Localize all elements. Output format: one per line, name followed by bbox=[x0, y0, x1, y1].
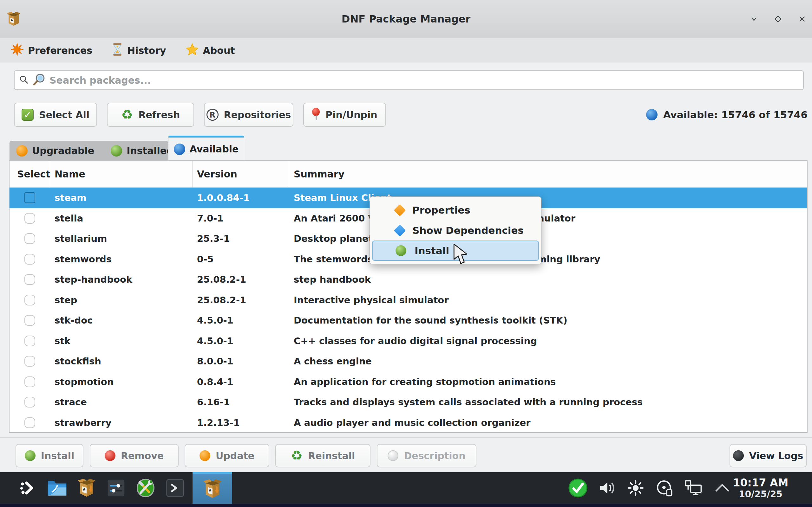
row-checkbox[interactable] bbox=[24, 274, 35, 285]
package-summary: An Atari 2600 Video Computer System (VCS… bbox=[289, 208, 807, 229]
window-titlebar[interactable]: DNF Package Manager bbox=[0, 0, 812, 38]
column-header-name[interactable]: Name bbox=[50, 161, 193, 187]
button-label: Pin/Unpin bbox=[325, 109, 377, 120]
tab-available[interactable]: Available bbox=[168, 135, 244, 161]
repositories-button[interactable]: Repositories bbox=[204, 103, 293, 127]
taskbar-active-app-dnf[interactable] bbox=[193, 472, 232, 504]
package-box-icon[interactable] bbox=[72, 472, 101, 504]
available-dot-icon bbox=[646, 109, 658, 120]
package-summary: Documentation for the sound synthesis to… bbox=[289, 310, 807, 331]
package-summary: A audio player and music collection orga… bbox=[289, 412, 807, 433]
status-check-icon[interactable] bbox=[563, 472, 592, 504]
package-version: 0.8.4-1 bbox=[193, 372, 289, 392]
update-dot-icon bbox=[200, 450, 210, 461]
volume-icon[interactable] bbox=[592, 472, 621, 504]
package-name: steam bbox=[50, 187, 193, 208]
package-box-icon bbox=[203, 479, 222, 499]
disc-icon[interactable] bbox=[650, 472, 679, 504]
pushpin-icon bbox=[312, 108, 320, 122]
upgradable-dot-icon bbox=[16, 145, 28, 157]
package-version: 1.0.0.84-1 bbox=[193, 187, 289, 208]
description-button[interactable]: Description bbox=[377, 444, 476, 467]
app-launcher-icon[interactable] bbox=[13, 472, 42, 504]
starburst-icon bbox=[11, 43, 23, 58]
table-row[interactable]: strawberry 1.2.13-1 A audio player and m… bbox=[9, 412, 807, 433]
package-name: stk-doc bbox=[50, 310, 193, 331]
diamond-blue-icon bbox=[394, 224, 406, 236]
row-checkbox[interactable] bbox=[24, 417, 35, 428]
tab-label: Upgradable bbox=[32, 145, 94, 156]
table-row[interactable]: stk 4.5.0-1 C++ classes for audio digita… bbox=[9, 331, 807, 351]
close-button[interactable] bbox=[797, 14, 808, 24]
taskbar-clock[interactable]: 10:17 AM 10/25/25 bbox=[726, 472, 796, 504]
search-bar[interactable] bbox=[14, 70, 804, 90]
row-checkbox[interactable] bbox=[24, 254, 35, 265]
package-summary: Steam Linux Client bbox=[289, 187, 807, 208]
taskbar: 10:17 AM 10/25/25 bbox=[0, 472, 812, 507]
row-checkbox[interactable] bbox=[24, 336, 35, 346]
search-input[interactable] bbox=[49, 75, 803, 86]
table-row[interactable]: step-handbook 25.08.2-1 step handbook bbox=[9, 269, 807, 290]
table-row[interactable]: step 25.08.2-1 Interactive physical simu… bbox=[9, 290, 807, 311]
row-checkbox[interactable] bbox=[24, 356, 35, 367]
system-tools-icon[interactable] bbox=[131, 472, 160, 504]
menu-history[interactable]: History bbox=[112, 43, 166, 58]
row-select-cell bbox=[9, 310, 50, 331]
brightness-icon[interactable] bbox=[621, 472, 650, 504]
system-tray bbox=[563, 472, 737, 504]
settings-sliders-icon[interactable] bbox=[101, 472, 131, 504]
row-checkbox[interactable] bbox=[24, 397, 35, 407]
clock-date: 10/25/25 bbox=[739, 489, 782, 499]
installed-dot-icon bbox=[111, 145, 122, 157]
reinstall-button[interactable]: Reinstall bbox=[275, 444, 370, 467]
checkbox-checked-icon bbox=[21, 109, 34, 121]
table-row[interactable]: stockfish 8.0.0-1 A chess engine bbox=[9, 351, 807, 372]
refresh-button[interactable]: Refresh bbox=[107, 103, 194, 127]
description-dot-icon bbox=[388, 450, 398, 461]
view-logs-button[interactable]: View Logs bbox=[729, 444, 807, 467]
package-tabs: Upgradable Installed Available bbox=[9, 135, 803, 160]
recycle-icon bbox=[121, 108, 133, 121]
action-bar: Install Remove Update Reinstall Descript… bbox=[0, 437, 812, 472]
minimize-button[interactable] bbox=[749, 14, 759, 24]
select-all-button[interactable]: Select All bbox=[14, 103, 97, 127]
pin-unpin-button[interactable]: Pin/Unpin bbox=[303, 103, 386, 127]
network-display-icon[interactable] bbox=[679, 472, 708, 504]
column-header-select[interactable]: Select bbox=[9, 161, 50, 187]
remove-dot-icon bbox=[105, 450, 115, 461]
tab-upgradable[interactable]: Upgradable bbox=[16, 145, 94, 157]
row-checkbox[interactable] bbox=[24, 377, 35, 387]
registered-icon bbox=[206, 109, 218, 121]
star-icon bbox=[186, 43, 199, 58]
diamond-orange-icon bbox=[394, 204, 406, 216]
file-manager-icon[interactable] bbox=[42, 472, 72, 504]
package-name: step-handbook bbox=[50, 269, 193, 290]
package-summary: Tracks and displays system calls associa… bbox=[289, 392, 807, 412]
row-checkbox[interactable] bbox=[24, 315, 35, 326]
tab-installed[interactable]: Installed bbox=[111, 145, 173, 157]
context-menu-item-properties[interactable]: Properties bbox=[372, 200, 539, 220]
table-row[interactable]: stopmotion 0.8.4-1 An application for cr… bbox=[9, 372, 807, 392]
terminal-icon[interactable] bbox=[160, 472, 190, 504]
menu-preferences[interactable]: Preferences bbox=[11, 43, 92, 58]
view-logs-dot-icon bbox=[733, 450, 744, 461]
remove-button[interactable]: Remove bbox=[90, 444, 179, 467]
row-checkbox[interactable] bbox=[24, 213, 35, 224]
menu-about[interactable]: About bbox=[186, 43, 235, 58]
maximize-button[interactable] bbox=[773, 14, 783, 24]
context-menu-item-show-dependencies[interactable]: Show Dependencies bbox=[372, 220, 539, 240]
menu-label: Preferences bbox=[28, 45, 92, 56]
table-row[interactable]: strace 6.16-1 Tracks and displays system… bbox=[9, 392, 807, 412]
column-header-version[interactable]: Version bbox=[193, 161, 289, 187]
update-button[interactable]: Update bbox=[185, 444, 269, 467]
install-button[interactable]: Install bbox=[15, 444, 84, 467]
row-checkbox[interactable] bbox=[24, 192, 35, 203]
table-row[interactable]: stk-doc 4.5.0-1 Documentation for the so… bbox=[9, 310, 807, 331]
package-version: 8.0.0-1 bbox=[193, 351, 289, 372]
package-name: stemwords bbox=[50, 249, 193, 270]
package-name: stockfish bbox=[50, 351, 193, 372]
column-header-summary[interactable]: Summary bbox=[289, 161, 807, 187]
row-checkbox[interactable] bbox=[24, 295, 35, 305]
row-checkbox[interactable] bbox=[24, 233, 35, 244]
window-title: DNF Package Manager bbox=[0, 0, 812, 38]
